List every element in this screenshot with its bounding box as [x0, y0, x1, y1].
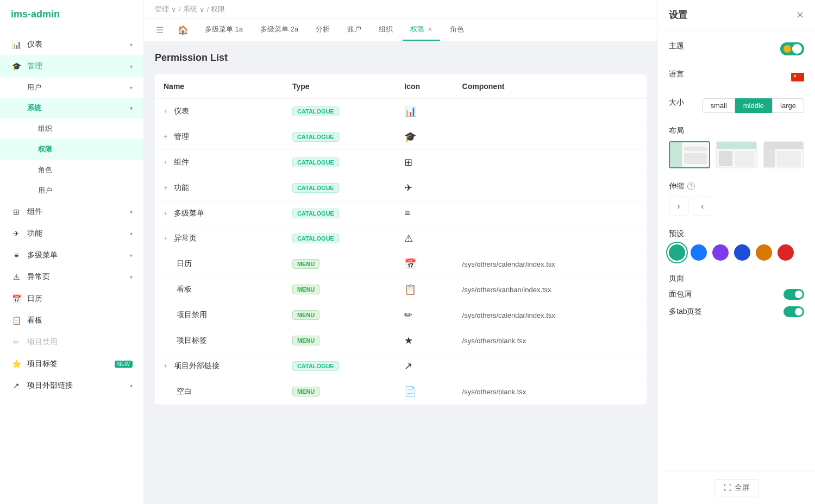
- cell-type: MENU: [284, 251, 396, 277]
- tab-label: 权限: [410, 24, 424, 34]
- table-row: + 项目外部链接 CATALOGUE ↗: [155, 354, 647, 379]
- table-row: 看板 MENU 📋 /sys/others/kanban/index.tsx: [155, 277, 647, 303]
- sidebar-item-components[interactable]: ⊞ 组件 ▾: [0, 201, 143, 223]
- row-name-text: 管理: [174, 132, 189, 141]
- multitab-row: 多tab页签: [669, 306, 804, 317]
- sidebar-item-exception[interactable]: ⚠ 异常页 ▾: [0, 266, 143, 288]
- sidebar-item-role[interactable]: 角色: [0, 160, 143, 180]
- preset-amber[interactable]: [756, 244, 772, 261]
- cell-type: MENU: [284, 277, 396, 303]
- breadcrumb-manage[interactable]: 管理: [155, 4, 169, 14]
- settings-close-button[interactable]: ✕: [796, 9, 804, 21]
- sidebar-item-user-top[interactable]: 用户 ▾: [0, 77, 143, 98]
- sidebar-item-label: 管理: [27, 61, 124, 71]
- sidebar-item-proj-external[interactable]: ↗ 项目外部链接 ▾: [0, 375, 143, 396]
- preset-red[interactable]: [778, 244, 794, 261]
- stretch-collapse-button[interactable]: ‹: [693, 197, 712, 216]
- size-label: 大小: [669, 98, 684, 108]
- row-name-text: 看板: [177, 285, 192, 293]
- preset-purple[interactable]: [712, 244, 729, 261]
- table-row: + 多级菜单 CATALOGUE ≡: [155, 201, 647, 226]
- size-large-button[interactable]: large: [772, 98, 804, 113]
- sidebar-item-system[interactable]: 系统 ▾: [0, 98, 143, 118]
- sidebar-item-permission[interactable]: 权限: [0, 139, 143, 160]
- multitab-toggle[interactable]: [783, 306, 804, 317]
- tab-role[interactable]: 角色: [442, 19, 472, 41]
- expand-button[interactable]: +: [164, 184, 168, 192]
- toggle-track: [780, 42, 804, 55]
- size-small-button[interactable]: small: [702, 98, 735, 113]
- cell-component: [454, 201, 647, 226]
- sidebar-item-calendar[interactable]: 📅 日历: [0, 288, 143, 310]
- layout-sidebar-option[interactable]: [669, 141, 710, 168]
- flag-cn-icon[interactable]: [791, 73, 804, 81]
- cell-name: + 仪表: [155, 99, 284, 124]
- layout-top-part: [717, 142, 756, 149]
- settings-panel: 设置 ✕ 主题 语言 大小: [657, 0, 815, 504]
- main-area: 管理 ∨ / 系统 ∨ / 权限 ☰ 🏠 多级菜单 1a 多级菜单 2a 分析 …: [144, 0, 657, 504]
- layout-top-option[interactable]: [716, 141, 757, 168]
- preset-blue[interactable]: [691, 244, 707, 261]
- sidebar-item-proj-disabled[interactable]: ✏ 项目禁用: [0, 331, 143, 353]
- edit-icon: ✏: [11, 337, 22, 348]
- functions-icon: ✈: [11, 228, 22, 239]
- row-name-text: 项目禁用: [177, 310, 207, 319]
- tab-account[interactable]: 账户: [340, 19, 369, 41]
- sidebar-item-dashboard[interactable]: 📊 仪表 ▾: [0, 34, 143, 55]
- sidebar-item-label: 异常页: [27, 272, 124, 282]
- sidebar-menu: 📊 仪表 ▾ 🎓 管理 ▾ 用户 ▾ 系统 ▾ 组织 权: [0, 29, 143, 504]
- sidebar-item-kanban[interactable]: 📋 看板: [0, 310, 143, 331]
- layout-mix-option[interactable]: [763, 141, 804, 168]
- breadcrumb-sep-slash2: /: [207, 5, 209, 14]
- expand-button[interactable]: +: [164, 133, 168, 141]
- tab-menu-icon[interactable]: ☰: [151, 21, 169, 40]
- tab-close-icon[interactable]: ✕: [428, 26, 432, 33]
- type-badge: CATALOGUE: [292, 183, 339, 193]
- permission-table: Name Type Icon Component + 仪表 CATALOGUE …: [155, 74, 647, 405]
- cell-component: [454, 99, 647, 124]
- theme-toggle[interactable]: [780, 42, 804, 55]
- breadcrumb-system[interactable]: 系统: [183, 4, 197, 14]
- cell-component: [454, 124, 647, 150]
- settings-header: 设置 ✕: [658, 0, 815, 30]
- expand-button[interactable]: +: [164, 362, 168, 370]
- sidebar-item-multilevel[interactable]: ≡ 多级菜单 ▾: [0, 244, 143, 266]
- type-badge: CATALOGUE: [292, 234, 339, 243]
- sidebar-item-functions[interactable]: ✈ 功能 ▾: [0, 223, 143, 244]
- row-name-text: 多级菜单: [174, 209, 204, 217]
- stretch-label: 伸缩 ?: [669, 181, 804, 191]
- tab-analysis[interactable]: 分析: [308, 19, 337, 41]
- sidebar-item-label: 项目禁用: [27, 337, 133, 347]
- stretch-expand-button[interactable]: ›: [669, 197, 688, 216]
- tab-multilevel2a[interactable]: 多级菜单 2a: [253, 19, 306, 41]
- cell-component: /sys/others/calendar/index.tsx: [454, 303, 647, 328]
- cell-component: [454, 226, 647, 251]
- breadcrumb-toggle[interactable]: [783, 289, 804, 300]
- tab-multilevel1a[interactable]: 多级菜单 1a: [197, 19, 250, 41]
- sidebar-item-manage[interactable]: 🎓 管理 ▾: [0, 55, 143, 77]
- tab-home[interactable]: 🏠: [171, 21, 195, 40]
- breadcrumb: 管理 ∨ / 系统 ∨ / 权限: [144, 0, 657, 19]
- tab-org[interactable]: 组织: [371, 19, 400, 41]
- type-badge: MENU: [292, 259, 319, 269]
- sidebar-item-label: 组织: [38, 124, 133, 134]
- preset-dark-blue[interactable]: [734, 244, 750, 261]
- fullscreen-button[interactable]: ⛶ 全屏: [714, 479, 759, 496]
- expand-button[interactable]: +: [164, 107, 168, 115]
- sidebar-item-org[interactable]: 组织: [0, 118, 143, 139]
- layout-options: [669, 141, 804, 168]
- expand-button[interactable]: +: [164, 234, 168, 242]
- tab-permission[interactable]: 权限 ✕: [403, 19, 440, 41]
- expand-button[interactable]: +: [164, 209, 168, 217]
- cell-icon: ⊞: [396, 150, 453, 175]
- sidebar-item-user-sys[interactable]: 用户: [0, 180, 143, 201]
- expand-button[interactable]: +: [164, 158, 168, 166]
- sidebar-item-proj-tag[interactable]: ⭐ 项目标签 NEW: [0, 353, 143, 375]
- layout-label: 布局: [669, 126, 804, 136]
- cell-type: MENU: [284, 303, 396, 328]
- preset-green[interactable]: [669, 244, 685, 261]
- size-middle-button[interactable]: middle: [735, 98, 772, 113]
- info-icon[interactable]: ?: [687, 182, 695, 190]
- tabs-bar: ☰ 🏠 多级菜单 1a 多级菜单 2a 分析 账户 组织 权限 ✕ 角色: [144, 19, 657, 41]
- cell-component: [454, 175, 647, 201]
